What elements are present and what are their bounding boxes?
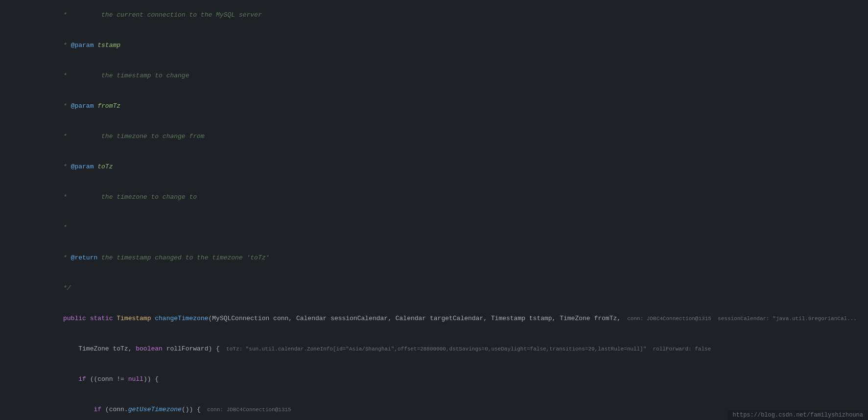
code-line: if ((conn != null)) {: [0, 364, 868, 395]
code-line: * the current connection to the MySQL se…: [0, 0, 868, 30]
code-line: * the timestamp to change: [0, 61, 868, 91]
code-line: * @param toTz: [0, 152, 868, 182]
code-line: public static Timestamp changeTimezone(M…: [0, 303, 868, 334]
code-line: TimeZone toTz, boolean rollForward) { to…: [0, 334, 868, 364]
url-bar: https://blog.csdn.net/familyshizhouna: [728, 410, 868, 420]
code-line: * @return the timestamp changed to the t…: [0, 243, 868, 273]
code-line: */: [0, 273, 868, 303]
code-line: * the timezone to change to: [0, 182, 868, 212]
code-line: *: [0, 212, 868, 243]
code-line: * @param fromTz: [0, 91, 868, 121]
code-editor: * the current connection to the MySQL se…: [0, 0, 868, 420]
code-line: * @param tstamp: [0, 30, 868, 61]
url-text: https://blog.csdn.net/familyshizhouna: [733, 412, 863, 419]
code-line: * the timezone to change from: [0, 121, 868, 152]
